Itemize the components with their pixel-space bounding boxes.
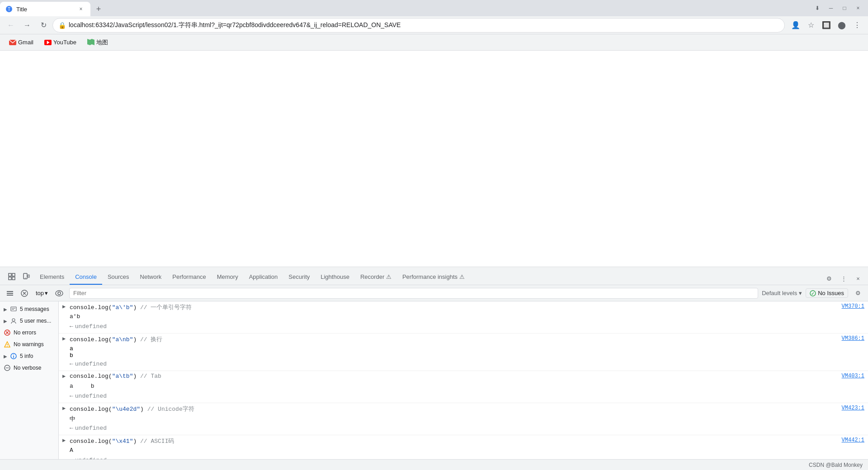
msg-code-4: console.log("\u4e2d") // Unicode字符 [70,405,835,413]
console-message-4: ▶ console.log("\u4e2d") // Unicode字符 VM4… [59,403,868,435]
svg-point-36 [7,367,8,368]
return-arrow-2: ← [70,361,73,367]
bookmark-maps[interactable]: 地图 [84,37,112,48]
svg-point-18 [58,292,61,295]
tab-performance-insights[interactable]: Performance insights ⚠ [397,270,470,285]
msg-link-2[interactable]: VM386:1 [835,335,864,342]
msg-code-5: console.log("\x41") // ASCII码 [70,437,835,445]
sidebar-item-verbose[interactable]: No verbose [0,362,58,374]
close-button[interactable]: × [852,2,864,14]
tab-application[interactable]: Application [244,270,283,285]
msg-link-3[interactable]: VM403:1 [835,373,864,379]
sidebar-item-user-messages[interactable]: ▶ 5 user mes... [0,315,58,327]
issues-icon: ✓ [810,290,816,296]
msg-undefined-4: ← undefined [59,424,868,434]
output-text-4: 中 [70,415,75,423]
tab-console[interactable]: Console [70,270,102,285]
live-expressions-button[interactable] [53,287,66,300]
tab-security[interactable]: Security [283,270,315,285]
msg-output-2: a b [59,344,868,360]
context-selector[interactable]: top ▾ [33,288,51,298]
url-text: localhost:63342/JavaScript/lesson02/1.字符… [69,21,779,29]
undefined-text-2: undefined [75,361,107,367]
svg-rect-13 [7,295,13,296]
console-clear-button[interactable] [18,287,31,300]
msg-link-5[interactable]: VM442:1 [835,437,864,443]
console-toolbar-right: Default levels ▾ ✓ No Issues ⚙ [762,287,864,300]
maximize-button[interactable]: □ [838,2,851,14]
minimize-button[interactable]: ─ [825,2,837,14]
tab-lighthouse[interactable]: Lighthouse [315,270,355,285]
window-tab-menu-button[interactable]: ⬇ [811,2,824,14]
messages-icon [10,306,17,313]
devtools-settings-button[interactable]: ⚙ [823,272,835,285]
devtools-inspect-button[interactable] [5,270,18,283]
msg-code-row-1[interactable]: ▶ console.log("a\'b") // 一个单引号字符 VM370:1 [59,302,868,312]
sidebar-expand-icon: ▶ [4,354,7,359]
svg-point-37 [8,367,9,368]
profile-button[interactable]: ⬤ [835,18,849,33]
sidebar-item-errors[interactable]: No errors [0,327,58,338]
expand-icon-3[interactable]: ▶ [62,373,68,380]
sidebar-item-info[interactable]: ▶ 5 info [0,350,58,362]
tab-elements[interactable]: Elements [34,270,70,285]
msg-undefined-2: ← undefined [59,360,868,370]
svg-point-24 [12,319,15,321]
tab-recorder[interactable]: Recorder ⚠ [355,270,397,285]
svg-point-30 [7,346,8,347]
msg-code-row-4[interactable]: ▶ console.log("\u4e2d") // Unicode字符 VM4… [59,404,868,414]
tab-memory[interactable]: Memory [212,270,244,285]
console-body: ▶ 5 messages ▶ 5 user mes... [0,301,868,459]
sidebar-item-messages[interactable]: ▶ 5 messages [0,303,58,315]
context-dropdown-icon: ▾ [45,290,48,296]
new-tab-button[interactable]: + [92,3,105,15]
sidebar-warnings-label: No warnings [14,341,55,348]
forward-button[interactable]: → [20,18,34,33]
expand-icon-4[interactable]: ▶ [62,405,68,412]
tab-sources[interactable]: Sources [102,270,135,285]
default-levels-button[interactable]: Default levels ▾ [762,290,802,296]
extension-button[interactable]: 🔲 [819,18,834,33]
active-tab[interactable]: T Title × [0,2,90,16]
expand-icon-5[interactable]: ▶ [62,437,68,444]
bookmark-button[interactable]: ☆ [804,18,818,33]
msg-link-1[interactable]: VM370:1 [835,303,864,310]
bookmark-youtube[interactable]: YouTube [41,37,80,47]
devtools-close-button[interactable]: × [852,272,864,285]
console-messages-area: ▶ console.log("a\'b") // 一个单引号字符 VM370:1… [59,301,868,459]
devtools-device-button[interactable] [20,270,33,283]
issues-settings-button[interactable]: ⚙ [852,287,864,300]
console-message-3: ▶ console.log("a\tb") // Tab VM403:1 a b [59,371,868,403]
msg-code-row-3[interactable]: ▶ console.log("a\tb") // Tab VM403:1 [59,372,868,382]
console-filter-input[interactable] [69,288,758,299]
url-bar[interactable]: 🔒 localhost:63342/JavaScript/lesson02/1.… [52,18,785,33]
msg-code-1: console.log("a\'b") // 一个单引号字符 [70,303,835,311]
tab-performance[interactable]: Performance [167,270,211,285]
msg-code-row-2[interactable]: ▶ console.log("a\nb") // 换行 VM386:1 [59,334,868,344]
expand-icon-1[interactable]: ▶ [62,303,68,310]
tab-close-button[interactable]: × [77,5,85,13]
svg-rect-6 [9,277,11,280]
msg-output-5: A [59,446,868,456]
svg-marker-3 [87,39,94,45]
profile-icon[interactable]: 👤 [788,18,803,33]
sidebar-item-warnings[interactable]: No warnings [0,338,58,350]
sidebar-expand-icon: ▶ [4,319,7,324]
msg-link-4[interactable]: VM423:1 [835,405,864,411]
refresh-button[interactable]: ↻ [36,18,51,33]
tab-network[interactable]: Network [135,270,167,285]
back-button[interactable]: ← [4,18,18,33]
console-message-2: ▶ console.log("a\nb") // 换行 VM386:1 a b [59,334,868,371]
menu-button[interactable]: ⋮ [850,18,864,33]
console-message-5: ▶ console.log("\x41") // ASCII码 VM442:1 … [59,435,868,459]
no-issues-badge[interactable]: ✓ No Issues [806,288,848,298]
output-text-1: a'b [70,313,80,320]
maps-icon [87,39,94,46]
msg-code-3: console.log("a\tb") // Tab [70,373,835,380]
msg-code-row-5[interactable]: ▶ console.log("\x41") // ASCII码 VM442:1 [59,436,868,446]
bookmark-gmail[interactable]: Gmail [5,37,37,48]
expand-icon-2[interactable]: ▶ [62,335,68,342]
console-sidebar-toggle[interactable] [4,287,16,300]
devtools-more-button[interactable]: ⋮ [837,272,850,285]
tab-favicon: T [5,5,13,13]
